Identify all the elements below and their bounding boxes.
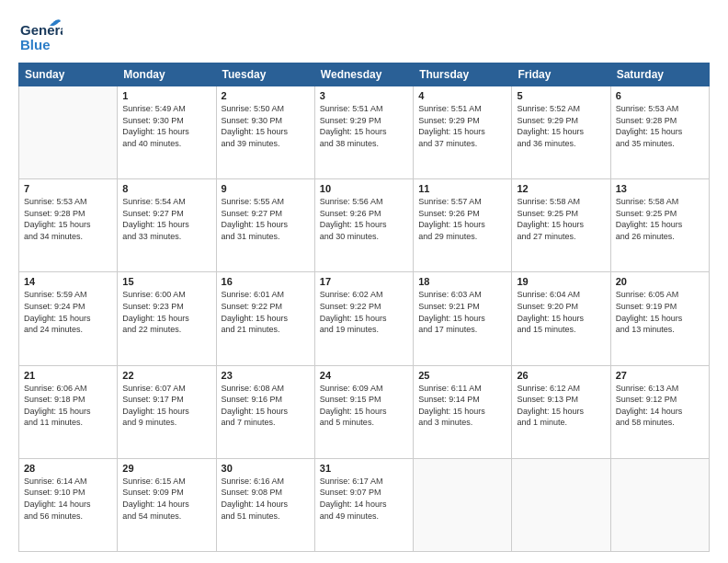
day-number: 5 <box>517 90 605 101</box>
calendar-cell: 24Sunrise: 6:09 AM Sunset: 9:15 PM Dayli… <box>314 365 413 458</box>
day-number: 2 <box>222 90 310 101</box>
calendar-cell: 6Sunrise: 5:53 AM Sunset: 9:28 PM Daylig… <box>610 86 709 179</box>
day-number: 30 <box>222 463 310 474</box>
day-number: 22 <box>122 370 210 381</box>
calendar-header-row: SundayMondayTuesdayWednesdayThursdayFrid… <box>19 63 710 86</box>
calendar-week-2: 7Sunrise: 5:53 AM Sunset: 9:28 PM Daylig… <box>19 179 710 272</box>
day-info: Sunrise: 5:59 AM Sunset: 9:24 PM Dayligh… <box>24 289 112 335</box>
calendar-cell: 2Sunrise: 5:50 AM Sunset: 9:30 PM Daylig… <box>216 86 314 179</box>
calendar-cell: 5Sunrise: 5:52 AM Sunset: 9:29 PM Daylig… <box>512 86 610 179</box>
day-info: Sunrise: 5:58 AM Sunset: 9:25 PM Dayligh… <box>616 196 704 242</box>
day-info: Sunrise: 6:14 AM Sunset: 9:10 PM Dayligh… <box>24 476 112 522</box>
calendar-cell: 28Sunrise: 6:14 AM Sunset: 9:10 PM Dayli… <box>19 458 118 551</box>
day-number: 1 <box>122 90 210 101</box>
calendar-header-monday: Monday <box>118 63 216 86</box>
day-number: 6 <box>616 90 704 101</box>
calendar-week-1: 1Sunrise: 5:49 AM Sunset: 9:30 PM Daylig… <box>19 86 710 179</box>
calendar-cell: 23Sunrise: 6:08 AM Sunset: 9:16 PM Dayli… <box>216 365 314 458</box>
day-number: 16 <box>222 276 310 287</box>
calendar-cell: 22Sunrise: 6:07 AM Sunset: 9:17 PM Dayli… <box>118 365 216 458</box>
calendar-cell: 20Sunrise: 6:05 AM Sunset: 9:19 PM Dayli… <box>610 272 709 365</box>
calendar-cell: 26Sunrise: 6:12 AM Sunset: 9:13 PM Dayli… <box>512 365 610 458</box>
day-info: Sunrise: 6:00 AM Sunset: 9:23 PM Dayligh… <box>122 289 210 335</box>
day-number: 25 <box>418 370 506 381</box>
day-number: 3 <box>320 90 408 101</box>
day-info: Sunrise: 6:08 AM Sunset: 9:16 PM Dayligh… <box>222 383 310 429</box>
day-info: Sunrise: 5:51 AM Sunset: 9:29 PM Dayligh… <box>320 103 408 149</box>
day-info: Sunrise: 5:51 AM Sunset: 9:29 PM Dayligh… <box>418 103 506 149</box>
calendar-cell: 31Sunrise: 6:17 AM Sunset: 9:07 PM Dayli… <box>314 458 413 551</box>
calendar-cell: 3Sunrise: 5:51 AM Sunset: 9:29 PM Daylig… <box>314 86 413 179</box>
day-number: 23 <box>222 370 310 381</box>
calendar-week-3: 14Sunrise: 5:59 AM Sunset: 9:24 PM Dayli… <box>19 272 710 365</box>
calendar-cell: 16Sunrise: 6:01 AM Sunset: 9:22 PM Dayli… <box>216 272 314 365</box>
calendar-cell: 29Sunrise: 6:15 AM Sunset: 9:09 PM Dayli… <box>118 458 216 551</box>
day-info: Sunrise: 6:09 AM Sunset: 9:15 PM Dayligh… <box>320 383 408 429</box>
calendar-header-thursday: Thursday <box>414 63 512 86</box>
calendar-cell: 17Sunrise: 6:02 AM Sunset: 9:22 PM Dayli… <box>314 272 413 365</box>
day-info: Sunrise: 6:07 AM Sunset: 9:17 PM Dayligh… <box>122 383 210 429</box>
day-number: 11 <box>418 183 506 194</box>
day-number: 12 <box>517 183 605 194</box>
day-info: Sunrise: 6:17 AM Sunset: 9:07 PM Dayligh… <box>320 476 408 522</box>
calendar-cell: 21Sunrise: 6:06 AM Sunset: 9:18 PM Dayli… <box>19 365 118 458</box>
logo: General Blue <box>18 15 63 55</box>
svg-text:Blue: Blue <box>20 37 51 52</box>
day-info: Sunrise: 5:53 AM Sunset: 9:28 PM Dayligh… <box>24 196 112 242</box>
day-info: Sunrise: 5:52 AM Sunset: 9:29 PM Dayligh… <box>517 103 605 149</box>
day-number: 27 <box>616 370 704 381</box>
calendar-week-4: 21Sunrise: 6:06 AM Sunset: 9:18 PM Dayli… <box>19 365 710 458</box>
day-number: 13 <box>616 183 704 194</box>
calendar-header-tuesday: Tuesday <box>216 63 314 86</box>
calendar-cell: 11Sunrise: 5:57 AM Sunset: 9:26 PM Dayli… <box>414 179 512 272</box>
logo-icon: General Blue <box>18 15 63 55</box>
calendar-cell: 30Sunrise: 6:16 AM Sunset: 9:08 PM Dayli… <box>216 458 314 551</box>
calendar-header-saturday: Saturday <box>610 63 709 86</box>
day-number: 19 <box>517 276 605 287</box>
day-number: 7 <box>24 183 112 194</box>
day-info: Sunrise: 6:05 AM Sunset: 9:19 PM Dayligh… <box>616 289 704 335</box>
calendar-cell: 12Sunrise: 5:58 AM Sunset: 9:25 PM Dayli… <box>512 179 610 272</box>
calendar-cell: 14Sunrise: 5:59 AM Sunset: 9:24 PM Dayli… <box>19 272 118 365</box>
calendar-cell <box>610 458 709 551</box>
day-number: 20 <box>616 276 704 287</box>
calendar-cell: 10Sunrise: 5:56 AM Sunset: 9:26 PM Dayli… <box>314 179 413 272</box>
day-number: 15 <box>122 276 210 287</box>
calendar-cell: 19Sunrise: 6:04 AM Sunset: 9:20 PM Dayli… <box>512 272 610 365</box>
day-info: Sunrise: 5:57 AM Sunset: 9:26 PM Dayligh… <box>418 196 506 242</box>
day-info: Sunrise: 6:06 AM Sunset: 9:18 PM Dayligh… <box>24 383 112 429</box>
page: General Blue SundayMondayTuesdayWednesda… <box>0 0 728 563</box>
day-number: 24 <box>320 370 408 381</box>
day-info: Sunrise: 5:56 AM Sunset: 9:26 PM Dayligh… <box>320 196 408 242</box>
day-info: Sunrise: 6:02 AM Sunset: 9:22 PM Dayligh… <box>320 289 408 335</box>
day-number: 31 <box>320 463 408 474</box>
calendar-header-wednesday: Wednesday <box>314 63 413 86</box>
calendar-header-friday: Friday <box>512 63 610 86</box>
day-info: Sunrise: 6:15 AM Sunset: 9:09 PM Dayligh… <box>122 476 210 522</box>
day-info: Sunrise: 6:12 AM Sunset: 9:13 PM Dayligh… <box>517 383 605 429</box>
day-number: 9 <box>222 183 310 194</box>
calendar-cell: 18Sunrise: 6:03 AM Sunset: 9:21 PM Dayli… <box>414 272 512 365</box>
calendar-cell: 15Sunrise: 6:00 AM Sunset: 9:23 PM Dayli… <box>118 272 216 365</box>
day-number: 21 <box>24 370 112 381</box>
calendar-cell: 27Sunrise: 6:13 AM Sunset: 9:12 PM Dayli… <box>610 365 709 458</box>
day-number: 28 <box>24 463 112 474</box>
calendar-cell: 13Sunrise: 5:58 AM Sunset: 9:25 PM Dayli… <box>610 179 709 272</box>
calendar-header-sunday: Sunday <box>19 63 118 86</box>
day-info: Sunrise: 5:54 AM Sunset: 9:27 PM Dayligh… <box>122 196 210 242</box>
day-info: Sunrise: 6:11 AM Sunset: 9:14 PM Dayligh… <box>418 383 506 429</box>
day-number: 10 <box>320 183 408 194</box>
day-info: Sunrise: 5:53 AM Sunset: 9:28 PM Dayligh… <box>616 103 704 149</box>
header: General Blue <box>18 15 710 55</box>
calendar-cell <box>19 86 118 179</box>
calendar-table: SundayMondayTuesdayWednesdayThursdayFrid… <box>18 63 710 552</box>
day-info: Sunrise: 5:50 AM Sunset: 9:30 PM Dayligh… <box>222 103 310 149</box>
calendar-cell <box>512 458 610 551</box>
calendar-cell: 7Sunrise: 5:53 AM Sunset: 9:28 PM Daylig… <box>19 179 118 272</box>
day-number: 14 <box>24 276 112 287</box>
calendar-cell: 25Sunrise: 6:11 AM Sunset: 9:14 PM Dayli… <box>414 365 512 458</box>
day-number: 26 <box>517 370 605 381</box>
calendar-cell: 4Sunrise: 5:51 AM Sunset: 9:29 PM Daylig… <box>414 86 512 179</box>
day-info: Sunrise: 5:49 AM Sunset: 9:30 PM Dayligh… <box>122 103 210 149</box>
day-number: 4 <box>418 90 506 101</box>
